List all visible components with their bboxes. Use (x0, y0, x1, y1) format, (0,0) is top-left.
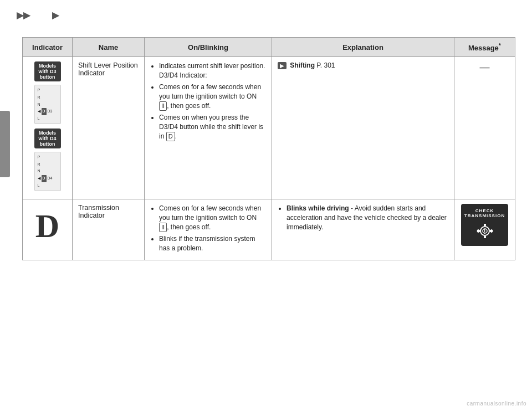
svg-rect-3 (484, 236, 486, 238)
shift-icon: ▶ (278, 62, 287, 69)
indicator-table: Indicator Name On/Blinking Explanation M… (22, 37, 515, 260)
check-trans-icon: ! (474, 220, 495, 242)
table-header-row: Indicator Name On/Blinking Explanation M… (23, 38, 515, 57)
header-name: Name (73, 38, 145, 57)
transmission-on-blinking-cell: Comes on for a few seconds when you turn… (145, 199, 272, 260)
nav-arrow-2[interactable]: ▶ (52, 10, 59, 20)
page-container: ▶▶ ▶ Indicator Name On/Blinking Explanat… (0, 0, 532, 411)
transmission-name: Transmission Indicator (78, 204, 119, 219)
transmission-bullet-1: Comes on for a few seconds when you turn… (159, 204, 266, 232)
d-box: D (166, 132, 175, 141)
lever-section: Modelswith D3button P R N ◀ D D3 L (28, 61, 66, 194)
shift-lever-name-cell: Shift Lever Position Indicator (73, 57, 145, 199)
shift-lever-indicator-cell: Modelswith D3button P R N ◀ D D3 L (23, 57, 73, 199)
shift-lever-bullet-1: Indicates current shift lever position. … (159, 61, 266, 80)
table-row-shift-lever: Modelswith D3button P R N ◀ D D3 L (23, 57, 515, 199)
ignition-ii-box-2: II (159, 223, 167, 232)
d-indicator: D (28, 204, 66, 248)
check-trans-title: CHECKTRANSMISSION (464, 208, 505, 218)
svg-rect-2 (484, 224, 486, 226)
transmission-name-cell: Transmission Indicator (73, 199, 145, 260)
shifting-link[interactable]: Shifting (290, 61, 315, 69)
svg-text:!: ! (484, 229, 486, 235)
main-content: Indicator Name On/Blinking Explanation M… (0, 26, 532, 266)
d4-diagram: P R N ◀ D D4 L (34, 152, 61, 191)
d3-button-label: Modelswith D3button (34, 61, 61, 81)
shift-lever-name: Shift Lever Position Indicator (78, 61, 138, 77)
side-tab (0, 111, 10, 177)
shift-lever-message: — (480, 61, 490, 73)
table-row-transmission: D Transmission Indicator Comes on for a … (23, 199, 515, 260)
shift-lever-on-blinking-list: Indicates current shift lever position. … (150, 61, 266, 141)
check-transmission-box: CHECKTRANSMISSION (461, 204, 508, 246)
d4-button-label: Modelswith D4button (34, 129, 61, 148)
transmission-explanation-1: Blinks while driving - Avoid sudden star… (287, 204, 448, 232)
ignition-ii-box: II (159, 101, 167, 111)
transmission-message-cell: CHECKTRANSMISSION (454, 199, 515, 260)
header-message: Message* (454, 38, 515, 57)
shift-lever-explanation-cell: ▶ Shifting P. 301 (272, 57, 454, 199)
shift-lever-message-cell: — (454, 57, 515, 199)
transmission-indicator-cell: D (23, 199, 73, 260)
transmission-on-blinking-list: Comes on for a few seconds when you turn… (150, 204, 266, 253)
shifting-page: P. 301 (316, 61, 335, 69)
transmission-explanation-cell: Blinks while driving - Avoid sudden star… (272, 199, 454, 260)
shift-lever-bullet-2: Comes on for a few seconds when you turn… (159, 83, 266, 111)
watermark: carmanualsonline.info (467, 400, 526, 407)
header-explanation: Explanation (272, 38, 454, 57)
nav-arrow-1[interactable]: ▶▶ (17, 10, 30, 20)
header-on-blinking: On/Blinking (145, 38, 272, 57)
blinks-while-driving-bold: Blinks while driving (287, 204, 349, 212)
transmission-bullet-2: Blinks if the transmission system has a … (159, 234, 266, 253)
header-indicator: Indicator (23, 38, 73, 57)
shift-lever-bullet-3: Comes on when you press the D3/D4 button… (159, 113, 266, 141)
shift-lever-on-blinking-cell: Indicates current shift lever position. … (145, 57, 272, 199)
top-navigation: ▶▶ ▶ (0, 0, 532, 26)
d3-diagram: P R N ◀ D D3 L (34, 85, 61, 124)
transmission-explanation-list: Blinks while driving - Avoid sudden star… (278, 204, 448, 232)
